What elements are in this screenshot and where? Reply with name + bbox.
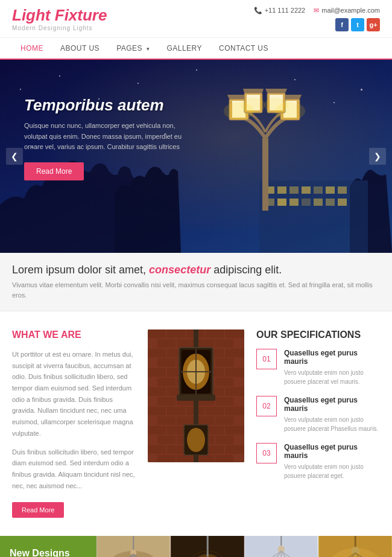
hero-text: Quisque nunc nunc, ullamcorper eget vehi…	[24, 121, 193, 153]
svg-rect-59	[215, 378, 233, 386]
svg-rect-88	[167, 445, 185, 454]
nav-about[interactable]: ABOUT US	[52, 38, 108, 59]
hero-slider: Temporibus autem Quisque nunc nunc, ulla…	[0, 60, 392, 253]
light-svg-2	[171, 536, 245, 557]
email-address: mail@example.com	[321, 7, 380, 14]
svg-rect-92	[157, 455, 175, 462]
svg-point-30	[241, 98, 265, 112]
svg-rect-74	[157, 416, 175, 425]
svg-rect-91	[225, 445, 244, 454]
nav-gallery[interactable]: GALLERY	[158, 38, 210, 59]
header-right: 📞 +11 111 2222 ✉ mail@example.com f t g+	[254, 7, 380, 31]
svg-rect-78	[148, 426, 166, 434]
svg-rect-46	[225, 349, 244, 357]
svg-rect-72	[206, 407, 224, 415]
about-read-more-button[interactable]: Read More	[12, 502, 64, 518]
svg-rect-55	[225, 368, 244, 377]
slider-next-button[interactable]: ❯	[369, 148, 386, 165]
social-icons: f t g+	[335, 18, 380, 31]
svg-rect-96	[194, 329, 198, 348]
nav-pages[interactable]: PAGES ▾	[108, 38, 158, 59]
tagline-subtext: Vivamus vitae elementum velit. Morbi con…	[12, 280, 380, 300]
logo-subtitle: Modern Designing Lights	[12, 25, 107, 31]
spec-num-2: 02	[256, 396, 277, 416]
chandelier-svg-3	[244, 536, 318, 557]
spec-item-3: 03 Quasellus eget purus mauris Vero vulp…	[256, 443, 380, 480]
gallery-image-1[interactable]	[96, 536, 171, 557]
svg-rect-40	[196, 339, 214, 348]
svg-point-153	[351, 547, 359, 555]
svg-rect-39	[177, 339, 195, 348]
googleplus-icon[interactable]: g+	[367, 18, 380, 31]
svg-rect-33	[148, 329, 166, 338]
logo-area: Light Fixture Modern Designing Lights	[12, 6, 107, 31]
spec-text-1: Vero vulputate enim non justo posuere pl…	[284, 368, 380, 386]
gallery-section: New Designs Vero vulputate enim non just…	[0, 536, 392, 557]
svg-rect-42	[148, 349, 166, 357]
spec-text-2: Vero vulputate enim non justo posuere pl…	[284, 415, 380, 433]
hero-title: Temporibus autem	[24, 96, 193, 115]
svg-rect-103	[177, 395, 215, 401]
svg-rect-13	[326, 199, 335, 206]
spec-num-1: 01	[256, 349, 277, 369]
email-icon: ✉	[314, 7, 319, 14]
chandelier-svg-4	[318, 536, 393, 557]
svg-point-31	[264, 98, 288, 112]
about-text1: Ut porttitor ut est eu ornare. In metus …	[12, 349, 136, 439]
svg-rect-79	[167, 426, 185, 434]
svg-rect-38	[157, 339, 175, 348]
phone-icon: 📞	[254, 7, 262, 14]
navigation: HOME ABOUT US PAGES ▾ GALLERY CONTACT US	[0, 38, 392, 60]
tagline-text: Lorem ipsum dolor sit amet, consectetur …	[12, 264, 380, 276]
svg-rect-94	[196, 455, 214, 462]
svg-rect-7	[338, 186, 347, 194]
gallery-image-4[interactable]	[318, 536, 393, 557]
about-right: OUR SPECIFICATIONS 01 Quasellus eget pur…	[244, 329, 380, 518]
hero-content: Temporibus autem Quisque nunc nunc, ulla…	[24, 96, 193, 180]
svg-rect-75	[177, 416, 195, 425]
lantern-image	[148, 329, 244, 462]
about-text2: Duis finibus sollicitudin libero, sed te…	[12, 447, 136, 492]
about-center-image	[148, 329, 244, 518]
svg-rect-107	[194, 455, 198, 462]
svg-rect-76	[196, 416, 214, 425]
spec-title-2: Quasellus eget purus mauris	[284, 396, 380, 413]
spec-content-1: Quasellus eget purus mauris Vero vulputa…	[284, 349, 380, 386]
twitter-icon[interactable]: t	[351, 18, 364, 31]
svg-rect-73	[225, 407, 244, 415]
spec-num-3: 03	[256, 443, 277, 463]
spec-item-2: 02 Quasellus eget purus mauris Vero vulp…	[256, 396, 380, 433]
gallery-image-3[interactable]	[244, 536, 318, 557]
spec-title-3: Quasellus eget purus mauris	[284, 443, 380, 460]
svg-rect-50	[215, 358, 233, 367]
spec-text-3: Vero vulputate enim non justo posuere pl…	[284, 462, 380, 480]
svg-rect-15	[262, 138, 268, 211]
chandelier-svg-1	[96, 536, 171, 557]
nav-home[interactable]: HOME	[12, 38, 52, 60]
email-info: ✉ mail@example.com	[314, 7, 380, 14]
svg-rect-69	[148, 407, 166, 415]
facebook-icon[interactable]: f	[335, 18, 349, 31]
gallery-info-panel: New Designs Vero vulputate enim non just…	[0, 536, 96, 557]
hero-read-more-button[interactable]: Read More	[24, 162, 84, 180]
about-title: WHAT WE ARE	[12, 329, 136, 340]
svg-rect-34	[167, 329, 185, 338]
nav-contact[interactable]: CONTACT US	[210, 38, 277, 59]
gallery-image-2[interactable]	[171, 536, 245, 557]
svg-rect-83	[157, 436, 175, 444]
svg-rect-65	[157, 397, 175, 406]
phone-number: +11 111 2222	[265, 7, 306, 14]
svg-rect-64	[225, 387, 244, 396]
svg-rect-37	[225, 329, 244, 338]
slider-prev-button[interactable]: ❮	[6, 148, 23, 165]
header: Light Fixture Modern Designing Lights 📞 …	[0, 0, 392, 38]
logo-title: Light Fixture	[12, 6, 107, 25]
svg-rect-104	[194, 401, 198, 425]
svg-rect-14	[338, 199, 347, 206]
svg-rect-36	[206, 329, 224, 338]
about-left: WHAT WE ARE Ut porttitor ut est eu ornar…	[12, 329, 148, 518]
svg-rect-41	[215, 339, 233, 348]
svg-rect-87	[148, 445, 166, 454]
svg-rect-93	[177, 455, 195, 462]
svg-rect-77	[215, 416, 233, 425]
